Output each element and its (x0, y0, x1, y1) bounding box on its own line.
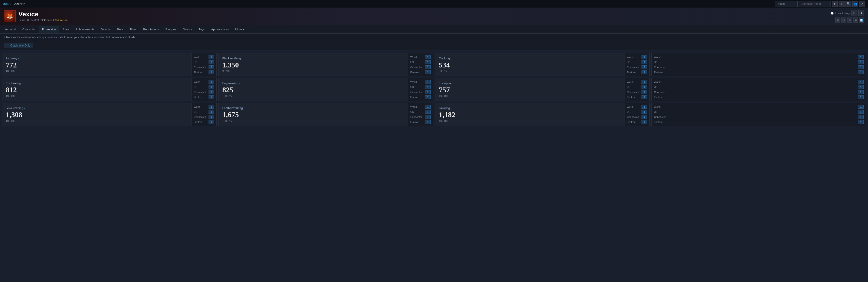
tab-achievements[interactable]: Achievements (72, 26, 98, 33)
info-message: Recipes by Profession Rankings combine d… (6, 36, 135, 39)
realm-input[interactable] (775, 1, 798, 7)
rank-badge-10-2: 1 (642, 115, 647, 119)
rank-label-4-0: World (194, 81, 207, 83)
dropdown-btn[interactable]: ▼ (832, 1, 838, 7)
profession-name-2[interactable]: Cooking › (439, 57, 621, 60)
close-btn[interactable]: ✕ (859, 1, 865, 7)
profession-card-4: Enchanting › 812 100.0% World 1 US 1 (2, 78, 217, 101)
armory-icon[interactable]: 🛡 (847, 18, 852, 23)
profession-pct-8: 100.0% (6, 119, 188, 123)
rank-badge-10-1: 1 (642, 110, 647, 114)
tab-reputations[interactable]: Reputations (140, 26, 162, 33)
profession-name-10[interactable]: Tailoring › (439, 106, 621, 110)
rank-row-6-0: World 1 (627, 80, 647, 84)
chevron-icon-5: › (239, 82, 240, 84)
tab-stats[interactable]: Stats (59, 26, 72, 33)
rank-badge-11-3: 1 (858, 120, 864, 124)
profession-name-5[interactable]: Engineering › (222, 82, 404, 85)
tab-toys[interactable]: Toys (195, 26, 208, 33)
extra-icon[interactable]: 📊 (859, 18, 864, 23)
profession-count-9: 1,675 (222, 111, 404, 119)
alliance-icon[interactable]: ⚔ (835, 18, 840, 23)
profession-name-1[interactable]: Blacksmithing › (222, 57, 404, 60)
profession-name-8[interactable]: Jewelcrafting › (6, 106, 188, 110)
info-bar: ℹ Recipes by Profession Rankings combine… (0, 34, 868, 41)
rank-row-7-1: US 1 (654, 85, 864, 89)
rank-row-3-1: US 1 (654, 60, 864, 64)
refresh-btn[interactable]: ↻ (851, 10, 858, 16)
rank-label-2-0: World (627, 56, 640, 58)
rank-row-5-1: US 1 (410, 85, 431, 89)
character-name-input[interactable] (799, 1, 831, 7)
rank-row-10-0: World 1 (627, 105, 647, 109)
search-btn[interactable]: 🔍 (845, 1, 851, 7)
profession-pct-4: 100.0% (6, 94, 188, 97)
profession-name-6[interactable]: Inscription › (439, 82, 621, 85)
rank-row-4-3: Firetree 1 (194, 95, 214, 99)
obtainable-only-badge[interactable]: ✓ Obtainable Only (4, 43, 33, 48)
profession-card-2: Cooking › 534 93.5% World 1 US 1 (435, 53, 650, 76)
rank-row-6-2: Connected 1 (627, 90, 647, 94)
horde-icon[interactable]: 🗡 (841, 18, 846, 23)
profession-name-0[interactable]: Alchemy › (6, 57, 188, 60)
tab-profession[interactable]: Profession (39, 26, 59, 33)
rank-badge-5-2: 1 (425, 90, 431, 94)
tab-pets[interactable]: Pets (114, 26, 126, 33)
rank-label-6-0: World (627, 81, 640, 83)
rank-badge-7-3: 1 (858, 95, 864, 99)
rank-label-0-3: Firetree (194, 71, 207, 74)
tab-more[interactable]: More ▾ (232, 26, 248, 33)
profession-main-9: Leatherworking › 1,675 100.0% (219, 103, 408, 126)
last-updated: 🕐 7 minutes ago ↻ ★ (831, 10, 864, 16)
profession-count-0: 772 (6, 61, 188, 69)
rank-label-8-0: World (194, 106, 207, 108)
profession-main-5: Engineering › 825 100.0% (219, 78, 408, 101)
rank-row-3-3: Firetree 1 (654, 70, 864, 74)
rank-label-4-2: Connected (194, 91, 207, 93)
profession-card-9: Leatherworking › 1,675 100.0% World 1 US… (218, 103, 433, 126)
profession-name-9[interactable]: Leatherworking › (222, 106, 404, 110)
rank-row-3-2: Connected 1 (654, 65, 864, 69)
rank-label-0-2: Connected (194, 66, 207, 68)
obtainable-label: Obtainable Only (10, 44, 30, 47)
rank-label-1-0: World (410, 56, 424, 58)
profession-name-4[interactable]: Enchanting › (6, 82, 188, 85)
warcraftlogs-icon[interactable]: W (853, 18, 858, 23)
clock-icon: 🕐 (831, 12, 834, 15)
rank-label-9-1: US (410, 111, 424, 113)
rankings-panel-3: World 1 US 1 Connected 1 Firetree (652, 53, 866, 76)
rank-row-8-0: World 1 (194, 105, 214, 109)
tab-titles[interactable]: Titles (126, 26, 140, 33)
rank-row-9-0: World 1 (410, 105, 431, 109)
profession-count-8: 1,308 (6, 111, 188, 119)
rank-row-1-1: US 1 (410, 60, 431, 64)
rank-label-9-0: World (410, 106, 424, 108)
tab-appearances[interactable]: Appearances (208, 26, 232, 33)
profession-main-4: Enchanting › 812 100.0% (2, 78, 191, 101)
rank-row-6-3: Firetree 1 (627, 95, 647, 99)
tab-character[interactable]: Character (19, 26, 39, 33)
profession-pct-1: 99.9% (222, 69, 404, 73)
rank-badge-1-2: 1 (425, 65, 431, 69)
rank-badge-2-3: 1 (642, 70, 647, 74)
favorite-btn[interactable]: ★ (858, 10, 864, 16)
tab-mounts[interactable]: Mounts (98, 26, 114, 33)
tab-account[interactable]: Account (2, 26, 19, 33)
rank-row-11-3: Firetree 1 (654, 120, 864, 124)
profession-card-1: Blacksmithing › 1,350 99.9% World 1 US 1 (218, 53, 433, 76)
rank-label-2-1: US (627, 61, 640, 63)
tab-recipes[interactable]: Recipes (162, 26, 179, 33)
rank-row-4-0: World 1 (194, 80, 214, 84)
avatar: 🦊 (4, 10, 16, 22)
users-btn[interactable]: 👥 (852, 1, 858, 7)
rank-row-4-2: Connected 1 (194, 90, 214, 94)
tab-quests[interactable]: Quests (179, 26, 195, 33)
rank-badge-1-0: 1 (425, 55, 431, 59)
rankings-panel-9: World 1 US 1 Connected 1 Firetree (408, 103, 433, 126)
rank-label-0-0: World (194, 56, 207, 58)
add-btn[interactable]: + (839, 1, 844, 7)
rank-row-10-2: Connected 1 (627, 115, 647, 119)
rank-badge-8-0: 1 (209, 105, 214, 109)
rank-row-1-3: Firetree 1 (410, 70, 431, 74)
rank-label-9-3: Firetree (410, 121, 424, 123)
